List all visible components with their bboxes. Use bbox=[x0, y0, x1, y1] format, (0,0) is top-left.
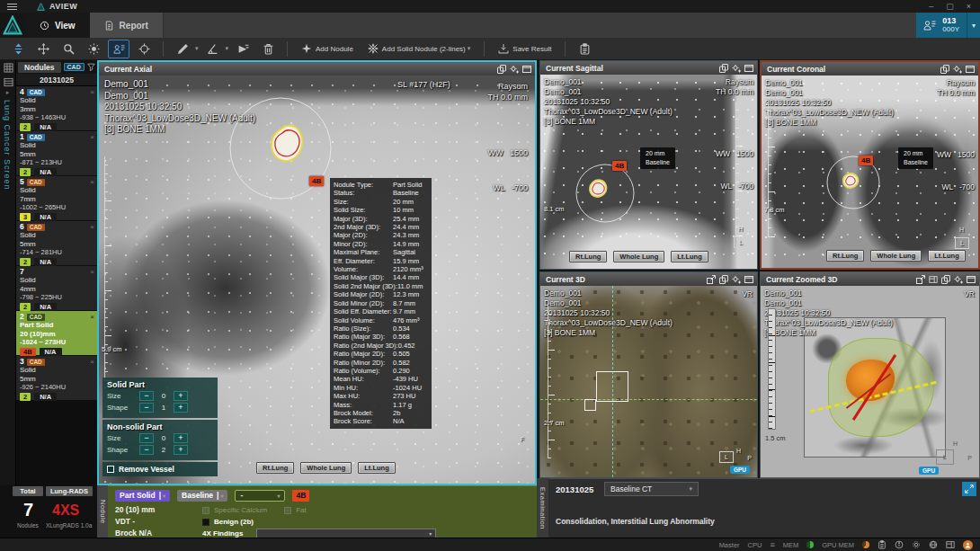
lungrads-badge[interactable]: 4B bbox=[309, 176, 324, 186]
nodule-category-dropdown[interactable]: -▾ bbox=[235, 490, 285, 502]
workflow-label[interactable]: Lung Cancer Screen bbox=[3, 100, 12, 191]
export-icon[interactable] bbox=[916, 275, 925, 284]
nodule-tab[interactable]: Nodule bbox=[97, 485, 108, 538]
fat-checkbox[interactable] bbox=[284, 507, 291, 514]
annotation-tool-button[interactable] bbox=[232, 40, 254, 58]
lung-region-button[interactable]: Whole Lung bbox=[300, 462, 352, 474]
copy-icon[interactable] bbox=[497, 65, 506, 74]
lung-region-button[interactable]: Lt.Lung bbox=[358, 462, 396, 474]
cad-review-button[interactable] bbox=[108, 40, 129, 58]
maximize-view-icon[interactable] bbox=[744, 64, 753, 73]
lung-region-button[interactable]: Whole Lung bbox=[870, 250, 922, 262]
solid-size-plus-button[interactable]: + bbox=[174, 391, 188, 401]
angle-dropdown-chevron[interactable]: ▾ bbox=[226, 45, 229, 52]
maximize-view-icon[interactable] bbox=[744, 275, 753, 284]
capture-settings-icon[interactable] bbox=[953, 65, 962, 74]
rail-expand-icon[interactable]: ▸ bbox=[0, 89, 15, 96]
navigate-tool-button[interactable] bbox=[7, 40, 29, 58]
benign-checkbox[interactable] bbox=[202, 519, 209, 526]
user-account-icon[interactable] bbox=[963, 540, 973, 550]
settings-gear-icon[interactable] bbox=[912, 540, 921, 549]
patient-dropdown-chevron[interactable]: ▾ bbox=[967, 13, 980, 38]
window-level-button[interactable] bbox=[83, 40, 104, 58]
nodule-card-1[interactable]: 1CAD×Solid5mm-871 ~ 213HU2N/A bbox=[16, 131, 97, 175]
nodule-status-dropdown[interactable]: Baseline|▾ bbox=[177, 490, 227, 502]
study-date[interactable]: 20131025 bbox=[16, 74, 97, 86]
delete-tool-button[interactable] bbox=[257, 40, 279, 58]
lung-region-button[interactable]: Rt.Lung bbox=[256, 462, 294, 474]
capture-settings-icon[interactable] bbox=[510, 65, 519, 74]
roi-box[interactable] bbox=[596, 371, 628, 402]
nonsolid-size-minus-button[interactable]: − bbox=[139, 433, 154, 443]
maximize-view-icon[interactable] bbox=[966, 65, 975, 74]
capture-settings-icon[interactable] bbox=[954, 275, 963, 284]
nonsolid-shape-plus-button[interactable]: + bbox=[174, 445, 188, 455]
close-button[interactable]: × bbox=[967, 3, 971, 11]
layout-icon[interactable] bbox=[929, 275, 938, 284]
close-icon[interactable]: × bbox=[90, 179, 94, 186]
lung-region-button[interactable]: Whole Lung bbox=[613, 251, 664, 262]
close-icon[interactable]: × bbox=[90, 359, 94, 366]
crosshair-tool-button[interactable] bbox=[133, 40, 155, 58]
nodule-card-5[interactable]: 5CAD×Solid7mm-1002 ~ 265HU3N/A bbox=[16, 176, 97, 220]
maximize-view-icon[interactable] bbox=[522, 65, 531, 74]
nodule-card-7[interactable]: 7×Solid4mm-798 ~ 225HU2N/A bbox=[16, 266, 97, 310]
cad-toggle[interactable]: CAD bbox=[64, 63, 85, 71]
close-icon[interactable]: × bbox=[90, 269, 94, 276]
pan-tool-button[interactable] bbox=[32, 40, 54, 58]
add-solid-nodule-button[interactable]: Add Solid Nodule (2-lines) ▾ bbox=[362, 40, 476, 58]
layout-grid-icon[interactable] bbox=[0, 60, 16, 75]
maximize-view-icon[interactable] bbox=[967, 275, 976, 284]
lungrads-badge[interactable]: 4B bbox=[612, 161, 627, 171]
close-icon[interactable]: × bbox=[90, 89, 94, 96]
language-globe-icon[interactable] bbox=[929, 540, 938, 549]
nodule-card-4[interactable]: 4CAD×Solid3mm-938 ~ 1463HU2N/A bbox=[16, 86, 97, 130]
patient-info-box[interactable]: 013 000Y bbox=[916, 13, 967, 38]
close-icon[interactable]: × bbox=[90, 134, 94, 141]
solid-shape-minus-button[interactable]: − bbox=[139, 403, 154, 413]
clipboard-button[interactable] bbox=[574, 40, 595, 58]
copy-icon[interactable] bbox=[719, 275, 728, 284]
zoomed-3d-image[interactable]: Demo_001Demo_00120131025 10:32:50Thorax^… bbox=[761, 286, 979, 477]
solid-shape-plus-button[interactable]: + bbox=[174, 403, 188, 413]
log-clipboard-icon[interactable] bbox=[878, 540, 886, 549]
save-result-button[interactable]: Save Result bbox=[493, 40, 557, 58]
export-icon[interactable] bbox=[707, 275, 716, 284]
add-nodule-button[interactable]: Add Nodule bbox=[296, 40, 359, 58]
maximize-button[interactable]: ▢ bbox=[946, 3, 954, 11]
close-icon[interactable]: × bbox=[90, 224, 94, 231]
nodule-annotation[interactable] bbox=[824, 154, 884, 213]
angle-tool-button[interactable] bbox=[202, 40, 224, 58]
close-icon[interactable]: × bbox=[90, 314, 94, 321]
expand-panel-button[interactable] bbox=[962, 482, 976, 496]
3d-image[interactable]: Demo_001Demo_00120131025 10:32:50Thorax^… bbox=[540, 286, 757, 477]
coronal-image[interactable]: Demo_001Demo_00120131025 10:32:50Thorax^… bbox=[762, 76, 978, 268]
nodule-card-3[interactable]: 3CAD×Solid5mm-926 ~ 2140HU2N/A bbox=[16, 356, 97, 400]
ruler-dropdown-chevron[interactable]: ▾ bbox=[195, 45, 199, 52]
tab-report[interactable]: Report bbox=[90, 13, 164, 38]
info-icon[interactable] bbox=[895, 540, 904, 549]
solid-size-minus-button[interactable]: − bbox=[139, 391, 154, 401]
nodule-card-2[interactable]: 2CAD×Part Solid20 (10)mm-1024 ~ 273HU4BN… bbox=[16, 311, 97, 355]
sagittal-image[interactable]: Demo_001Demo_00120131025 10:32:50Thorax^… bbox=[540, 75, 757, 269]
axial-image[interactable]: Demo_001Demo_00120131025 10:32:50Thorax^… bbox=[99, 76, 535, 484]
lung-region-button[interactable]: Lt.Lung bbox=[671, 251, 708, 262]
nonsolid-shape-minus-button[interactable]: − bbox=[139, 445, 154, 455]
lung-region-button[interactable]: Lt.Lung bbox=[928, 250, 966, 262]
copy-icon[interactable] bbox=[941, 275, 950, 284]
menu-icon[interactable] bbox=[7, 4, 17, 10]
nodule-annotation[interactable] bbox=[575, 161, 639, 226]
lung-region-button[interactable]: Rt.Lung bbox=[569, 251, 607, 262]
specific-calcium-checkbox[interactable] bbox=[202, 507, 209, 514]
layout-rows-icon[interactable] bbox=[0, 75, 16, 89]
layout-icon[interactable] bbox=[946, 540, 955, 549]
exam-type-dropdown[interactable]: Baseline CT▾ bbox=[604, 482, 699, 496]
nonsolid-size-plus-button[interactable]: + bbox=[174, 433, 188, 443]
lung-region-button[interactable]: Rt.Lung bbox=[826, 250, 864, 262]
roi-handle[interactable] bbox=[584, 399, 596, 411]
remove-vessel-checkbox[interactable] bbox=[107, 466, 114, 473]
minimize-button[interactable]: – bbox=[929, 3, 933, 11]
nodule-type-dropdown[interactable]: Part Solid|▾ bbox=[115, 490, 170, 502]
tab-view[interactable]: View bbox=[25, 13, 90, 38]
nodule-card-6[interactable]: 6CAD×Solid5mm-714 ~ 281HU2N/A bbox=[16, 221, 97, 265]
